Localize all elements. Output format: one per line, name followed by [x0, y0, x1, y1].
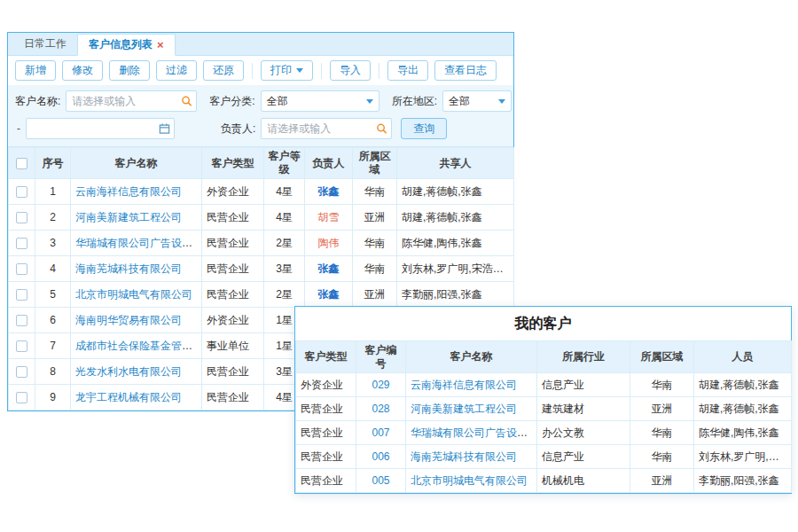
- desktop: 日常工作 客户信息列表 × 新增 修改 删除 过滤 还原 打印 导入 导出 查看…: [0, 0, 798, 532]
- my-customer-row[interactable]: 民营企业006海南芜城科技有限公司信息产业华南刘东林,罗广明,宋浩然...: [296, 445, 792, 469]
- owner-link[interactable]: 张鑫: [318, 288, 340, 301]
- row-checkbox[interactable]: [16, 186, 27, 198]
- date-range-dash: -: [17, 122, 20, 135]
- customer-name-link[interactable]: 龙宇工程机械有限公司: [75, 391, 182, 403]
- toolbar: 新增 修改 删除 过滤 还原 打印 导入 导出 查看日志: [8, 56, 513, 85]
- delete-button[interactable]: 删除: [109, 60, 150, 81]
- search-button[interactable]: 查询: [401, 118, 447, 139]
- edit-button[interactable]: 修改: [62, 60, 103, 81]
- filter-button[interactable]: 过滤: [156, 60, 197, 81]
- code-cell: 006: [356, 445, 406, 469]
- customer-name-cell: 华瑞城有限公司广告设计部: [71, 231, 202, 256]
- restore-button[interactable]: 还原: [203, 60, 244, 81]
- row-checkbox[interactable]: [16, 366, 27, 378]
- customer-name-input[interactable]: [66, 90, 197, 112]
- customer-name-link[interactable]: 海南芜城科技有限公司: [75, 262, 182, 275]
- owner-input[interactable]: [261, 118, 392, 139]
- customer-name-link[interactable]: 北京市明城电气有限公司: [75, 288, 192, 301]
- checkbox-cell: [9, 231, 35, 256]
- owner-link[interactable]: 胡雪: [318, 211, 340, 223]
- customer-type-cell: 外资企业: [202, 308, 264, 333]
- checkbox-cell: [9, 359, 35, 385]
- row-checkbox[interactable]: [16, 289, 27, 301]
- search-icon[interactable]: [376, 123, 387, 135]
- row-checkbox[interactable]: [16, 315, 27, 326]
- industry-cell: 机械机电: [537, 469, 630, 493]
- select-all-checkbox[interactable]: [16, 158, 27, 169]
- owner-link[interactable]: 张鑫: [318, 262, 340, 275]
- col-header-customer-name: 客户名称: [71, 148, 202, 179]
- close-tab-icon[interactable]: ×: [157, 39, 164, 51]
- calendar-icon[interactable]: [159, 123, 170, 135]
- row-checkbox[interactable]: [16, 340, 27, 352]
- export-button[interactable]: 导出: [387, 60, 428, 81]
- customer-name-link[interactable]: 华瑞城有限公司广告设计部: [75, 237, 202, 249]
- customer-code-link[interactable]: 007: [372, 426, 389, 439]
- my-customer-row[interactable]: 民营企业007华瑞城有限公司广告设计部办公文教华南陈华健,陶伟,张鑫: [296, 421, 792, 445]
- name-cell: 华瑞城有限公司广告设计部: [406, 421, 537, 445]
- customer-row[interactable]: 3华瑞城有限公司广告设计部民营企业2星陶伟华南陈华健,陶伟,张鑫: [9, 231, 514, 256]
- tab-daily-work[interactable]: 日常工作: [13, 33, 77, 55]
- customer-name-link[interactable]: 河南美新建筑工程公司: [75, 211, 182, 223]
- checkbox-cell: [9, 282, 35, 308]
- my-customer-row[interactable]: 民营企业005北京市明城电气有限公司机械机电亚洲李勤丽,阳强,张鑫: [296, 469, 792, 493]
- import-button[interactable]: 导入: [330, 60, 371, 81]
- region-cell: 华南: [353, 179, 397, 205]
- customer-code-link[interactable]: 006: [372, 450, 389, 463]
- region-cell: 华南: [353, 256, 397, 282]
- print-button[interactable]: 打印: [261, 60, 313, 81]
- row-checkbox[interactable]: [16, 212, 27, 223]
- tab-customer-list[interactable]: 客户信息列表 ×: [77, 34, 176, 56]
- customer-code-link[interactable]: 005: [372, 474, 389, 487]
- customer-name-link[interactable]: 海南明华贸易有限公司: [75, 314, 182, 326]
- customer-level-cell: 3星: [264, 256, 305, 282]
- region-select[interactable]: 全部: [442, 90, 512, 112]
- col-header-customer-level: 客户等级: [264, 148, 305, 179]
- col-header-shared: 共享人: [397, 148, 514, 179]
- customer-name-link[interactable]: 海南芜城科技有限公司: [411, 450, 517, 463]
- name-cell: 海南芜城科技有限公司: [406, 445, 537, 469]
- date-input[interactable]: [26, 118, 175, 139]
- my-customers-panel: 我的客户 客户类型 客户编号 客户名称 所属行业 所属区域 人员 外资企业029…: [294, 306, 792, 494]
- row-checkbox[interactable]: [16, 263, 27, 275]
- filter-row-2: - 负责人:: [15, 116, 512, 141]
- my-customer-row[interactable]: 民营企业028河南美新建筑工程公司建筑建材亚洲胡建,蒋德帧,张鑫: [296, 397, 792, 421]
- customer-category-select[interactable]: 全部: [261, 90, 379, 112]
- add-button[interactable]: 新增: [15, 60, 56, 81]
- row-number-cell: 8: [35, 359, 71, 385]
- customer-row[interactable]: 2河南美新建筑工程公司民营企业4星胡雪亚洲胡建,蒋德帧,张鑫: [9, 205, 514, 231]
- select-all-header: [9, 148, 35, 179]
- search-icon[interactable]: [181, 96, 192, 107]
- owner-cell: 陶伟: [305, 231, 353, 256]
- customer-name-link[interactable]: 云南海祥信息有限公司: [75, 185, 182, 198]
- customer-name-link[interactable]: 光发水利水电有限公司: [75, 365, 182, 378]
- owner-link[interactable]: 陶伟: [318, 237, 340, 249]
- customer-row[interactable]: 1云南海祥信息有限公司外资企业4星张鑫华南胡建,蒋德帧,张鑫: [9, 179, 514, 205]
- col-header-code: 客户编号: [356, 341, 406, 373]
- customer-code-link[interactable]: 029: [372, 379, 389, 391]
- customer-type-cell: 外资企业: [202, 179, 264, 205]
- tab-daily-work-label: 日常工作: [24, 33, 66, 55]
- customer-name-link[interactable]: 成都市社会保险基金管理...: [75, 340, 201, 352]
- staff-cell: 李勤丽,阳强,张鑫: [694, 469, 792, 493]
- customer-code-link[interactable]: 028: [372, 403, 389, 415]
- owner-link[interactable]: 张鑫: [318, 185, 340, 198]
- name-cell: 云南海祥信息有限公司: [406, 373, 537, 397]
- row-checkbox[interactable]: [16, 238, 27, 249]
- customer-row[interactable]: 4海南芜城科技有限公司民营企业3星张鑫华南刘东林,罗广明,宋浩然,张鑫: [9, 256, 514, 282]
- customer-type-cell: 事业单位: [202, 333, 264, 359]
- customer-row[interactable]: 5北京市明城电气有限公司民营企业2星张鑫亚洲李勤丽,阳强,张鑫: [9, 282, 514, 308]
- industry-cell: 信息产业: [537, 445, 630, 469]
- code-cell: 028: [356, 397, 406, 421]
- customer-name-link[interactable]: 云南海祥信息有限公司: [411, 379, 517, 391]
- type-cell: 民营企业: [296, 421, 356, 445]
- view-log-button[interactable]: 查看日志: [434, 60, 497, 81]
- customer-name-link[interactable]: 北京市明城电气有限公司: [411, 474, 528, 487]
- customer-name-link[interactable]: 华瑞城有限公司广告设计部: [411, 426, 537, 439]
- row-number-cell: 1: [35, 179, 71, 205]
- customer-name-link[interactable]: 河南美新建筑工程公司: [411, 403, 517, 415]
- code-cell: 029: [356, 373, 406, 397]
- region-filter-label: 所在地区:: [392, 94, 437, 109]
- row-checkbox[interactable]: [16, 392, 27, 403]
- my-customer-row[interactable]: 外资企业029云南海祥信息有限公司信息产业华南胡建,蒋德帧,张鑫: [296, 373, 792, 397]
